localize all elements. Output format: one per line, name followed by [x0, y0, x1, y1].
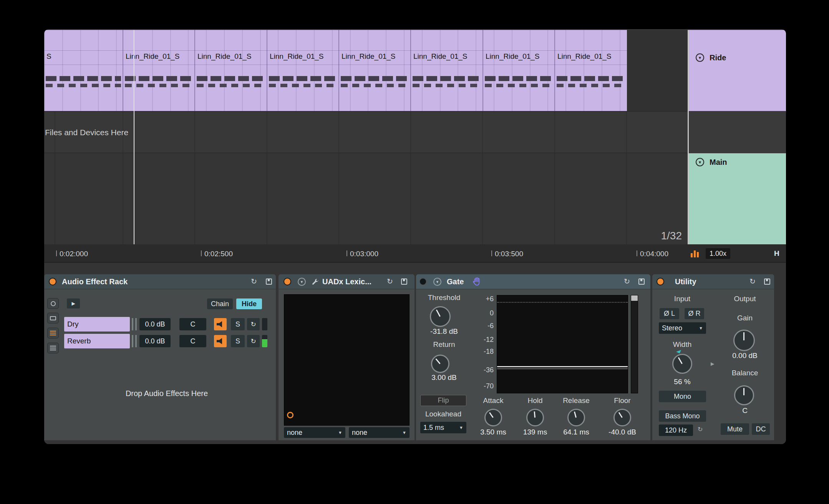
hold-value[interactable]: 139 ms [514, 428, 556, 436]
flip-button[interactable]: Flip [420, 395, 466, 406]
phase-right-button[interactable]: Ø R [685, 308, 704, 319]
save-preset-icon[interactable] [266, 279, 272, 285]
track-fold-icon[interactable]: ▼ [696, 53, 704, 62]
phase-left-button[interactable]: Ø L [660, 308, 679, 319]
mono-button[interactable]: Mono [659, 391, 706, 402]
hotswap-icon[interactable]: ↻ [749, 278, 756, 285]
chain-volume-value[interactable]: 0.0 dB [139, 335, 171, 347]
uadx-title-bar[interactable]: ▼ UADx Lexic... ↻ [279, 274, 414, 289]
width-knob[interactable] [672, 354, 692, 374]
sidechain-select-1[interactable]: none ▼ [284, 427, 345, 438]
dc-filter-button[interactable]: DC [752, 423, 770, 435]
threshold-knob[interactable] [430, 306, 451, 327]
bass-mono-listen-icon[interactable]: ↻ [698, 426, 703, 433]
device-fold-icon[interactable]: ▼ [433, 278, 441, 286]
audio-clip[interactable]: Linn_Ride_01_S [338, 30, 410, 111]
wrench-icon[interactable] [312, 278, 319, 286]
device-activator[interactable] [284, 278, 291, 285]
time-ruler[interactable]: 0:02:000 0:02:500 0:03:000 0:03:500 0:04… [44, 244, 786, 263]
gate-title-bar[interactable]: ▼ Gate ↻ [416, 274, 650, 289]
save-preset-icon[interactable] [401, 279, 407, 285]
drop-audio-effects-zone[interactable]: Drop Audio Effects Here [64, 351, 269, 436]
floor-knob[interactable] [613, 409, 631, 426]
playback-speed-badge[interactable]: 1.00x [706, 248, 730, 259]
chain-pan-value[interactable]: C [179, 318, 206, 330]
channel-mode-select[interactable]: Stereo ▼ [659, 322, 706, 334]
device-title: Audio Effect Rack [62, 277, 128, 286]
gate-threshold-display[interactable] [497, 295, 628, 393]
release-knob[interactable] [567, 409, 585, 426]
return-value[interactable]: 3.00 dB [419, 373, 469, 382]
rack-chain-list-icon[interactable] [47, 328, 59, 338]
sidechain-select-2[interactable]: none ▼ [349, 427, 410, 438]
track-header-ride[interactable]: ▼ Ride [689, 30, 786, 111]
rack-title-bar[interactable]: Audio Effect Rack ↻ [44, 274, 276, 289]
device-fold-icon[interactable]: ▼ [298, 278, 306, 286]
width-value[interactable]: 56 % [657, 378, 707, 386]
dropdown-value: 1.5 ms [423, 424, 444, 432]
audio-clip[interactable]: Linn_Ride_01_S [482, 30, 554, 111]
balance-value[interactable]: C [720, 406, 770, 415]
plugin-param-dot[interactable] [287, 412, 293, 418]
drop-files-zone[interactable]: Files and Devices Here [44, 111, 688, 153]
release-value[interactable]: 64.1 ms [555, 428, 597, 436]
attack-knob[interactable] [484, 409, 502, 426]
chain-hotswap-icon[interactable]: ↻ [247, 335, 260, 347]
gain-knob[interactable] [733, 330, 755, 351]
rack-macro-dial-icon[interactable] [47, 298, 59, 309]
utility-title-bar[interactable]: Utility ↻ [652, 274, 774, 289]
hold-knob[interactable] [526, 409, 544, 426]
mute-button[interactable]: Mute [721, 423, 749, 435]
chain-selector-button[interactable]: Chain [207, 298, 233, 309]
arrangement-main-lane[interactable] [44, 153, 688, 244]
chain-name-dry[interactable]: Dry [64, 317, 130, 332]
chain-solo-button[interactable]: S [231, 335, 245, 347]
rack-variations-icon[interactable] [47, 313, 59, 323]
chain-speaker-activator-icon[interactable] [214, 318, 227, 330]
gain-value[interactable]: 0.00 dB [720, 351, 770, 360]
device-activator[interactable] [419, 278, 427, 285]
chain-pan-value[interactable]: C [179, 335, 206, 347]
return-knob[interactable] [431, 355, 449, 373]
audio-clip[interactable]: Linn_Ride_01_S [410, 30, 482, 111]
chain-volume-value[interactable]: 0.0 dB [139, 318, 171, 330]
playhead[interactable] [134, 30, 134, 244]
threshold-value[interactable]: -31.8 dB [419, 327, 469, 336]
floor-value[interactable]: -40.0 dB [601, 428, 643, 436]
hotswap-icon[interactable]: ↻ [387, 278, 393, 285]
meter-top-segment [631, 295, 638, 301]
balance-knob[interactable] [734, 385, 754, 405]
rack-devices-icon[interactable] [47, 343, 59, 353]
time-tick: 0:02:000 [60, 250, 88, 258]
chain-name-reverb[interactable]: Reverb [64, 334, 130, 348]
waveform [485, 76, 553, 81]
hide-devices-button[interactable]: Hide [236, 298, 262, 309]
utility-fold-arrow-icon[interactable]: ▶ [711, 361, 714, 366]
device-activator[interactable] [657, 278, 664, 285]
arrangement-clip-lane[interactable]: S Linn_Ride_01_S Linn_Ride_01_S Linn_Rid… [44, 30, 627, 111]
bass-mono-freq-value[interactable]: 120 Hz [659, 424, 693, 436]
audio-clip[interactable]: Linn_Ride_01_S [554, 30, 627, 111]
right-arrow-icon: ▶ [71, 301, 75, 306]
plugin-display[interactable] [284, 294, 410, 426]
audio-clip[interactable]: Linn_Ride_01_S [267, 30, 338, 111]
device-activator[interactable] [49, 278, 56, 285]
chain-hotswap-icon[interactable]: ↻ [247, 318, 260, 330]
track-fold-icon[interactable]: ▼ [696, 158, 704, 166]
save-preset-icon[interactable] [638, 279, 645, 285]
hotswap-icon[interactable]: ↻ [624, 278, 630, 285]
rack-map-button[interactable]: ▶ [67, 298, 80, 308]
follow-button[interactable]: H [774, 249, 779, 258]
chain-speaker-activator-icon[interactable] [214, 335, 227, 347]
audition-meter-icon[interactable] [690, 249, 700, 258]
attack-value[interactable]: 3.50 ms [472, 428, 514, 436]
time-tick: 0:03:500 [495, 250, 523, 258]
chain-solo-button[interactable]: S [231, 318, 245, 330]
audio-clip[interactable]: S [44, 30, 123, 111]
save-preset-icon[interactable] [764, 279, 770, 285]
track-header-main[interactable]: ▼ Main [689, 153, 786, 244]
bass-mono-button[interactable]: Bass Mono [659, 410, 706, 422]
hotswap-icon[interactable]: ↻ [251, 278, 257, 285]
audio-clip[interactable]: Linn_Ride_01_S [194, 30, 267, 111]
lookahead-select[interactable]: 1.5 ms ▼ [420, 422, 466, 433]
